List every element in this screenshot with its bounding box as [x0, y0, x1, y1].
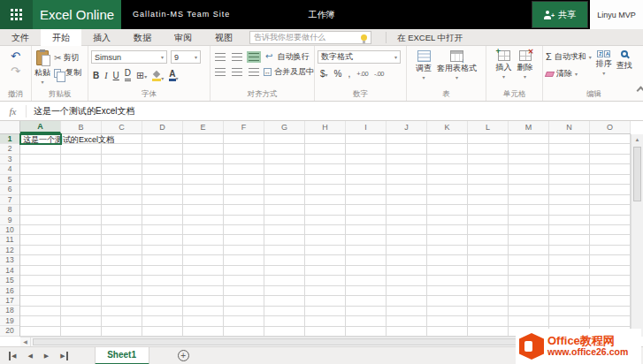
align-right-button[interactable] [247, 66, 261, 78]
font-size-dropdown[interactable]: 9 ▾ [171, 50, 201, 64]
vertical-scrollbar[interactable]: ▲ ▼ [631, 134, 643, 337]
fill-color-button[interactable]: ▾ [152, 71, 164, 81]
column-header-A[interactable]: A [20, 121, 61, 133]
italic-button[interactable]: I [104, 71, 107, 81]
first-sheet-icon[interactable]: ◀ [9, 352, 16, 360]
column-header-F[interactable]: F [224, 121, 264, 133]
borders-button[interactable]: ⊞▾ [136, 70, 147, 81]
align-middle-button[interactable] [230, 51, 244, 63]
row-header-20[interactable]: 20 [0, 326, 19, 336]
row-header-6[interactable]: 6 [0, 185, 19, 194]
app-launcher-button[interactable] [0, 0, 33, 29]
scroll-up-arrow-icon[interactable]: ▲ [632, 134, 643, 145]
document-title[interactable]: 工作簿 [265, 0, 378, 29]
row-header-13[interactable]: 13 [0, 255, 19, 265]
autosum-button[interactable]: Σ 自动求和 ▾ [546, 51, 592, 63]
prev-sheet-icon[interactable]: ◀ [27, 352, 32, 360]
column-header-M[interactable]: M [509, 121, 549, 133]
last-sheet-icon[interactable]: ▶ [60, 352, 67, 360]
row-header-15[interactable]: 15 [0, 276, 19, 285]
decrease-decimal-button[interactable]: -.00 [374, 70, 384, 78]
format-as-table-button[interactable]: 套用表格式 ▾ [437, 50, 477, 89]
row-header-10[interactable]: 10 [0, 225, 19, 235]
sort-caret: ▾ [602, 71, 605, 76]
column-header-E[interactable]: E [183, 121, 224, 133]
row-header-1[interactable]: 1 [0, 134, 19, 144]
clear-button[interactable]: 清除 ▾ [546, 68, 592, 80]
row-header-8[interactable]: 8 [0, 205, 19, 215]
column-header-I[interactable]: I [346, 121, 387, 133]
column-header-B[interactable]: B [61, 121, 102, 133]
double-underline-button[interactable]: D [125, 68, 131, 81]
site-name-link[interactable]: Gallatin-MS Team Site [133, 0, 230, 29]
column-header-K[interactable]: K [427, 121, 468, 133]
row-header-16[interactable]: 16 [0, 286, 19, 296]
formula-input[interactable]: 这是一个测试的Excel文档 [27, 105, 134, 118]
menu-tab-开始[interactable]: 开始 [41, 29, 81, 46]
grid-cells[interactable] [20, 134, 631, 337]
menu-tab-审阅[interactable]: 审阅 [163, 29, 203, 46]
insert-cells-button[interactable]: 插入 ▾ [496, 50, 512, 89]
undo-button[interactable]: ↶ [11, 50, 20, 62]
row-header-4[interactable]: 4 [0, 164, 19, 174]
copy-button[interactable]: 复制 [54, 67, 81, 79]
bold-button[interactable]: B [93, 71, 99, 81]
row-header-11[interactable]: 11 [0, 235, 19, 245]
align-center-button[interactable] [230, 66, 244, 78]
number-format-dropdown[interactable]: 数字格式 ▾ [318, 50, 401, 64]
delete-cells-button[interactable]: 删除 ▾ [517, 50, 533, 89]
redo-button[interactable]: ↷ [11, 65, 20, 77]
menu-tab-视图[interactable]: 视图 [203, 29, 244, 46]
horizontal-scroll-thumb[interactable] [33, 338, 588, 345]
column-header-G[interactable]: G [264, 121, 305, 133]
vertical-scroll-thumb[interactable] [633, 147, 641, 201]
column-header-D[interactable]: D [142, 121, 183, 133]
column-header-L[interactable]: L [468, 121, 509, 133]
menu-tab-数据[interactable]: 数据 [122, 29, 163, 46]
sheet-tab-sheet1[interactable]: Sheet1 [95, 347, 149, 364]
column-header-C[interactable]: C [102, 121, 142, 133]
menu-tab-插入[interactable]: 插入 [81, 29, 122, 46]
row-header-5[interactable]: 5 [0, 175, 19, 185]
menu-tab-文件[interactable]: 文件 [0, 29, 41, 46]
column-header-H[interactable]: H [305, 121, 346, 133]
row-header-7[interactable]: 7 [0, 195, 19, 205]
row-header-12[interactable]: 12 [0, 246, 19, 255]
sort-button[interactable]: ZA 排序 ▾ [596, 50, 612, 89]
survey-button[interactable]: 调查 ▾ [416, 50, 432, 89]
row-header-18[interactable]: 18 [0, 306, 19, 315]
align-bottom-button[interactable] [247, 51, 261, 63]
add-sheet-button[interactable]: + [178, 350, 189, 361]
open-in-excel-button[interactable]: 在 EXCEL 中打开 [386, 32, 463, 43]
row-header-2[interactable]: 2 [0, 144, 19, 154]
wrap-text-label[interactable]: 自动换行 [277, 51, 309, 63]
increase-decimal-button[interactable]: +.00 [356, 70, 368, 78]
share-button[interactable]: + 共享 [532, 1, 588, 28]
user-account[interactable]: Linyu MVP [590, 0, 643, 29]
font-name-dropdown[interactable]: Simsun ▾ [91, 50, 167, 64]
font-color-button[interactable]: BA▾ [169, 70, 178, 81]
select-all-corner[interactable] [0, 121, 20, 134]
find-button[interactable]: 查找 [616, 50, 632, 89]
align-top-button[interactable] [213, 51, 227, 63]
comma-button[interactable]: , [348, 69, 350, 79]
column-header-N[interactable]: N [549, 121, 590, 133]
row-header-17[interactable]: 17 [0, 296, 19, 306]
wrap-text-button[interactable]: ↩ [264, 50, 274, 63]
align-left-button[interactable] [213, 66, 227, 78]
tell-me-search-input[interactable]: 告诉我你想要做什么 [249, 31, 371, 44]
row-header-19[interactable]: 19 [0, 316, 19, 326]
row-header-3[interactable]: 3 [0, 155, 19, 164]
row-header-14[interactable]: 14 [0, 266, 19, 276]
next-sheet-icon[interactable]: ▶ [44, 352, 49, 360]
merge-center-label[interactable]: 合并及居中 [274, 66, 314, 78]
paste-button[interactable]: 粘贴 ▾ [34, 50, 50, 89]
underline-button[interactable]: U [113, 71, 119, 81]
percent-button[interactable]: % [334, 69, 342, 79]
column-header-J[interactable]: J [387, 121, 427, 133]
scroll-left-arrow-icon[interactable]: ◀ [20, 337, 31, 346]
row-header-9[interactable]: 9 [0, 216, 19, 225]
currency-button[interactable]: $▾ [320, 69, 328, 79]
cut-button[interactable]: ✂ 剪切 [54, 52, 81, 64]
column-header-O[interactable]: O [590, 121, 631, 133]
